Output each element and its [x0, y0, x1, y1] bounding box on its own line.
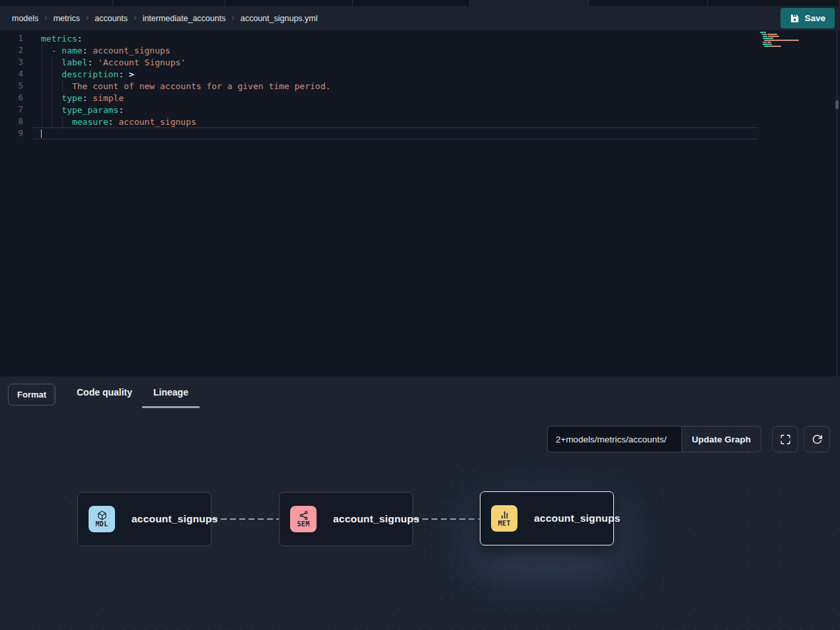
- top-tab-strip: [0, 0, 840, 6]
- line-number: 2: [0, 44, 29, 56]
- top-tab-segment[interactable]: [0, 0, 113, 6]
- chevron-right-icon: ›: [134, 13, 136, 22]
- code-line-5[interactable]: 5 The count of new accounts for a given …: [0, 80, 840, 92]
- tabbar-divider: [54, 385, 54, 404]
- semantic-graph-icon: SEM: [290, 506, 317, 532]
- code-line-content: The count of new accounts for a given ti…: [33, 80, 758, 92]
- code-line-8[interactable]: 8 measure: account_signups: [0, 116, 840, 127]
- code-line-7[interactable]: 7 type_params:: [0, 104, 840, 116]
- top-tab-segment[interactable]: [225, 0, 353, 6]
- line-number: 9: [0, 127, 29, 139]
- top-tab-segment[interactable]: [708, 0, 840, 6]
- node-label: account_signups: [534, 512, 620, 524]
- tab-code-quality[interactable]: Code quality: [67, 376, 141, 408]
- line-number: 3: [0, 56, 29, 68]
- lineage-node-met[interactable]: METaccount_signups: [480, 491, 614, 545]
- top-tab-segment[interactable]: [113, 0, 225, 6]
- node-label: account_signups: [132, 513, 217, 525]
- top-tab-segment[interactable]: [470, 0, 589, 6]
- ide-window: models›metrics›accounts›intermediate_acc…: [0, 0, 840, 630]
- line-number: 5: [0, 80, 29, 92]
- code-line-content: - name: account_signups: [33, 44, 758, 56]
- cube-icon: MDL: [89, 506, 115, 532]
- save-icon: [790, 13, 800, 23]
- node-type-label: MDL: [96, 521, 108, 528]
- bar-chart-icon: MET: [491, 505, 517, 532]
- selector-group: Update Graph: [547, 426, 761, 452]
- code-editor[interactable]: 1metrics:2 - name: account_signups3 labe…: [0, 30, 840, 376]
- lineage-selector-input[interactable]: [548, 427, 681, 452]
- editor-scrollbar-thumb[interactable]: [835, 100, 839, 109]
- code-line-content: type: simple: [33, 92, 758, 104]
- fullscreen-button[interactable]: [772, 426, 798, 452]
- breadcrumb: models›metrics›accounts›intermediate_acc…: [12, 14, 781, 23]
- code-line-content: [33, 127, 758, 139]
- node-type-label: MET: [498, 520, 511, 527]
- editor-scrollbar-track: [837, 30, 837, 376]
- code-line-2[interactable]: 2 - name: account_signups: [0, 44, 840, 56]
- fullscreen-icon: [780, 434, 791, 445]
- lineage-node-mdl[interactable]: MDLaccount_signups: [77, 492, 211, 546]
- node-type-label: SEM: [297, 521, 310, 528]
- update-graph-button[interactable]: Update Graph: [681, 427, 761, 452]
- line-number: 8: [0, 116, 29, 127]
- lineage-canvas[interactable]: Update Graph: [0, 417, 840, 630]
- chevron-right-icon: ›: [231, 13, 234, 22]
- panel-tabs: Code qualityLineage: [67, 376, 198, 408]
- breadcrumb-item: metrics: [54, 14, 80, 23]
- file-header-bar: models›metrics›accounts›intermediate_acc…: [0, 6, 840, 30]
- code-line-content: metrics:: [33, 32, 758, 44]
- code-line-9[interactable]: 9: [0, 127, 840, 139]
- minimap-line: [760, 48, 802, 50]
- code-line-content: description: >: [33, 68, 758, 80]
- code-line-3[interactable]: 3 label: 'Account Signups': [0, 56, 840, 68]
- save-button-label: Save: [804, 13, 825, 23]
- text-cursor: [41, 129, 42, 138]
- line-number: 1: [0, 32, 29, 44]
- chevron-right-icon: ›: [44, 13, 47, 22]
- top-tab-segment[interactable]: [589, 0, 708, 6]
- node-label: account_signups: [333, 513, 419, 525]
- line-number: 7: [0, 104, 29, 116]
- breadcrumb-item: models: [12, 14, 38, 23]
- minimap[interactable]: [760, 32, 802, 50]
- code-line-content: type_params:: [33, 104, 758, 116]
- breadcrumb-item: accounts: [95, 14, 128, 23]
- line-number: 4: [0, 68, 29, 80]
- bottom-panel: Format Code qualityLineage Update Graph: [0, 376, 840, 630]
- code-line-6[interactable]: 6 type: simple: [0, 92, 840, 104]
- lineage-controls: Update Graph: [547, 426, 830, 452]
- chevron-right-icon: ›: [86, 13, 89, 22]
- code-line-4[interactable]: 4 description: >: [0, 68, 840, 80]
- save-button[interactable]: Save: [781, 8, 835, 28]
- code-line-1[interactable]: 1metrics:: [0, 32, 840, 44]
- breadcrumb-item: account_signups.yml: [241, 14, 318, 23]
- line-number: 6: [0, 92, 29, 104]
- format-button[interactable]: Format: [8, 384, 56, 405]
- refresh-graph-button[interactable]: [804, 426, 830, 452]
- tab-lineage[interactable]: Lineage: [144, 376, 198, 408]
- refresh-icon: [812, 434, 823, 445]
- breadcrumb-item: intermediate_accounts: [143, 14, 226, 23]
- top-tab-segment[interactable]: [353, 0, 470, 6]
- lineage-node-sem[interactable]: SEMaccount_signups: [279, 492, 413, 546]
- code-line-content: measure: account_signups: [33, 116, 758, 127]
- code-line-content: label: 'Account Signups': [33, 56, 758, 68]
